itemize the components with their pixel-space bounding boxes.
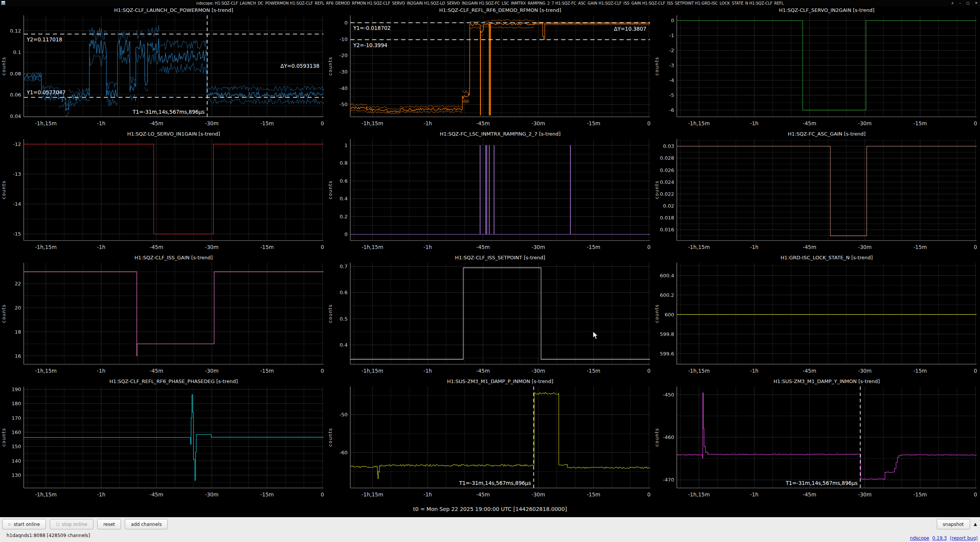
svg-text:-1h,15m: -1h,15m	[688, 120, 710, 126]
plot-canvas[interactable]: 0-1-2-3-4-5-6-1h,15m-1h-45m-30m-15m0coun…	[653, 6, 980, 130]
version-link[interactable]: 0.19.3	[932, 535, 947, 541]
svg-text:-15m: -15m	[260, 368, 274, 374]
plot-canvas[interactable]: 190180170160150140130-1h,15m-1h-45m-30m-…	[0, 377, 327, 501]
t0-label: t0 = Mon Sep 22 2025 19:00:00 UTC [14426…	[0, 501, 980, 517]
start-online-button[interactable]: ▷ start online	[2, 519, 46, 529]
svg-text:-30m: -30m	[532, 244, 545, 250]
plot-cell[interactable]: 0.70.60.50.4-1h,15m-1h-45m-30m-15m0count…	[327, 254, 653, 377]
svg-text:counts: counts	[1, 304, 7, 323]
plot-cell[interactable]: 0-1-2-3-4-5-6-1h,15m-1h-45m-30m-15m0coun…	[653, 6, 980, 130]
svg-text:-45m: -45m	[803, 244, 816, 250]
svg-text:-45m: -45m	[150, 120, 163, 126]
svg-text:counts: counts	[654, 180, 660, 199]
plot-cell[interactable]: 0-10-20-30-40-50-1h,15m-1h-45m-30m-15m0c…	[327, 6, 653, 130]
plot-canvas[interactable]: 0.70.60.50.4-1h,15m-1h-45m-30m-15m0count…	[327, 254, 653, 377]
svg-text:-45m: -45m	[476, 244, 490, 250]
svg-text:-60: -60	[340, 450, 348, 455]
svg-text:-30m: -30m	[532, 491, 545, 498]
plot-cell[interactable]: -50-60-1h,15m-1h-45m-30m-15m0countsT1=-3…	[327, 377, 653, 501]
titlebar[interactable]: ndscope: H1:SQZ-CLF_LAUNCH_DC_POWERMON H…	[0, 0, 980, 6]
svg-text:counts: counts	[654, 304, 660, 323]
window-minimize-button[interactable]: –	[959, 1, 961, 5]
svg-text:-1h,15m: -1h,15m	[35, 368, 57, 374]
svg-text:-30m: -30m	[858, 120, 872, 126]
svg-text:T1=-31m,14s,567ms,896µs: T1=-31m,14s,567ms,896µs	[132, 109, 204, 115]
svg-text:T1=-31m,14s,567ms,896µs: T1=-31m,14s,567ms,896µs	[459, 480, 531, 486]
svg-text:counts: counts	[328, 180, 333, 199]
window-close-button[interactable]: ✕	[975, 1, 978, 5]
plot-canvas[interactable]: 0.030.0280.0260.0240.0220.020.0180.016-1…	[653, 130, 980, 254]
svg-text:-1h: -1h	[423, 491, 432, 498]
svg-text:-45m: -45m	[150, 368, 163, 374]
plot-cell[interactable]: 0.030.0280.0260.0240.0220.020.0180.016-1…	[653, 130, 980, 254]
svg-text:1: 1	[345, 142, 348, 148]
svg-text:-1: -1	[669, 33, 674, 38]
plot-canvas[interactable]: -450-460-470-1h,15m-1h-45m-30m-15m0count…	[653, 377, 980, 501]
plot-canvas[interactable]: 0.120.10.080.060.04-1h,15m-1h-45m-30m-15…	[0, 6, 327, 130]
svg-text:0.08: 0.08	[10, 71, 21, 77]
plot-cell[interactable]: 600.4600.2600599.8599.6-1h,15m-1h-45m-30…	[653, 254, 980, 377]
snapshot-button[interactable]: snapshot	[937, 519, 970, 529]
ndscope-link[interactable]: ndscope	[910, 535, 929, 541]
svg-text:-30m: -30m	[205, 368, 219, 374]
svg-text:counts: counts	[1, 428, 7, 447]
svg-text:-50: -50	[340, 412, 348, 418]
svg-text:0.12: 0.12	[10, 28, 21, 34]
svg-text:counts: counts	[1, 180, 7, 199]
plot-cell[interactable]: -450-460-470-1h,15m-1h-45m-30m-15m0count…	[653, 377, 980, 501]
window-controls: ∧ – ▢ ✕	[951, 0, 978, 6]
svg-text:-1h: -1h	[423, 368, 432, 374]
plot-canvas[interactable]: -50-60-1h,15m-1h-45m-30m-15m0countsT1=-3…	[327, 377, 653, 501]
svg-text:-30m: -30m	[205, 491, 219, 498]
svg-text:-40: -40	[340, 85, 348, 91]
plot-canvas[interactable]: 0-10-20-30-40-50-1h,15m-1h-45m-30m-15m0c…	[327, 6, 653, 130]
add-channels-button[interactable]: add channels	[125, 519, 168, 529]
window-shade-button[interactable]: ∧	[951, 1, 954, 5]
plot-canvas[interactable]: 600.4600.2600599.8599.6-1h,15m-1h-45m-30…	[653, 254, 980, 377]
svg-text:-30m: -30m	[205, 244, 219, 250]
plots-grid: 0.120.10.080.060.04-1h,15m-1h-45m-30m-15…	[0, 6, 980, 501]
svg-text:-1h,15m: -1h,15m	[361, 368, 383, 374]
window-maximize-button[interactable]: ▢	[966, 1, 970, 5]
svg-text:0.06: 0.06	[10, 92, 21, 98]
svg-text:-1h,15m: -1h,15m	[35, 491, 57, 498]
svg-text:-1h: -1h	[750, 368, 758, 374]
svg-text:0: 0	[647, 491, 651, 498]
svg-text:0.7: 0.7	[340, 264, 348, 269]
plot-canvas[interactable]: 10.80.60.40.20-1h,15m-1h-45m-30m-15m0cou…	[327, 130, 653, 254]
svg-text:0: 0	[345, 231, 348, 237]
svg-text:0.018: 0.018	[660, 215, 674, 221]
svg-text:-1h: -1h	[97, 491, 105, 498]
svg-text:0.016: 0.016	[660, 227, 674, 233]
svg-text:-1h,15m: -1h,15m	[35, 244, 57, 250]
svg-text:0: 0	[647, 244, 651, 250]
svg-text:-4: -4	[669, 77, 674, 83]
plot-cell[interactable]: 190180170160150140130-1h,15m-1h-45m-30m-…	[0, 377, 327, 501]
reset-button[interactable]: reset	[97, 519, 121, 529]
plot-cell[interactable]: 22201816-1h,15m-1h-45m-30m-15m0countsH1:…	[0, 254, 327, 377]
svg-text:0.026: 0.026	[660, 167, 674, 173]
svg-text:-45m: -45m	[150, 244, 163, 250]
svg-text:-50: -50	[340, 102, 348, 107]
stop-online-button[interactable]: □ stop online	[50, 519, 93, 529]
svg-text:H1:SQZ-CLF_LAUNCH_DC_POWERMON: H1:SQZ-CLF_LAUNCH_DC_POWERMON [s-trend]	[114, 7, 233, 13]
plot-canvas[interactable]: 22201816-1h,15m-1h-45m-30m-15m0countsH1:…	[0, 254, 327, 377]
svg-text:16: 16	[15, 353, 21, 359]
svg-text:130: 130	[11, 472, 21, 478]
plot-cell[interactable]: 0.120.10.080.060.04-1h,15m-1h-45m-30m-15…	[0, 6, 327, 130]
plot-cell[interactable]: -12-13-14-15-1h,15m-1h-45m-30m-15m0count…	[0, 130, 327, 254]
collapse-triangle-icon[interactable]: ▲	[974, 522, 977, 527]
plot-canvas[interactable]: -12-13-14-15-1h,15m-1h-45m-30m-15m0count…	[0, 130, 327, 254]
svg-text:-1h: -1h	[97, 368, 105, 374]
svg-text:-15m: -15m	[587, 120, 600, 126]
svg-text:counts: counts	[328, 57, 333, 75]
plot-cell[interactable]: 10.80.60.40.20-1h,15m-1h-45m-30m-15m0cou…	[327, 130, 653, 254]
svg-text:-1h: -1h	[750, 120, 758, 126]
report-bug-link[interactable]: (report bug)	[950, 535, 978, 541]
svg-text:-15m: -15m	[913, 244, 927, 250]
svg-text:-1h,15m: -1h,15m	[35, 120, 57, 126]
start-online-label: start online	[14, 522, 40, 527]
svg-text:ΔY=0.0593138: ΔY=0.0593138	[281, 63, 320, 69]
svg-text:-3: -3	[669, 62, 674, 68]
svg-text:0: 0	[345, 20, 348, 26]
